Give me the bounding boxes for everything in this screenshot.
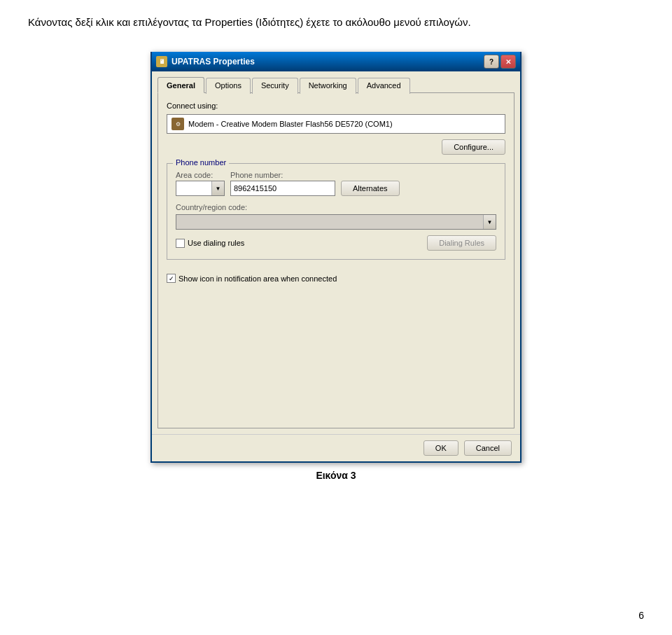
show-icon-checkbox[interactable]: ✓	[167, 274, 176, 283]
phone-number-input[interactable]	[230, 181, 335, 196]
close-button[interactable]: ✕	[500, 55, 516, 69]
phone-number-group: Phone number Area code: ▼ Phone number:	[167, 163, 505, 260]
configure-btn-row: Configure...	[167, 139, 505, 155]
country-region-input[interactable]	[176, 216, 483, 228]
area-code-label: Area code:	[176, 171, 225, 179]
titlebar-left: 🖥 UPATRAS Properties	[156, 56, 255, 67]
area-code-dropdown-arrow[interactable]: ▼	[211, 181, 224, 195]
tab-advanced[interactable]: Advanced	[358, 78, 410, 94]
titlebar-buttons: ? ✕	[484, 55, 516, 69]
figure-container: 🖥 UPATRAS Properties ? ✕ General Options…	[28, 52, 644, 481]
modem-row: ⚙ Modem - Creative Modem Blaster Flash56…	[167, 114, 505, 134]
show-icon-row: ✓ Show icon in notification area when co…	[167, 274, 505, 283]
dialog-window: 🖥 UPATRAS Properties ? ✕ General Options…	[150, 52, 522, 463]
area-code-input[interactable]	[176, 183, 211, 194]
dialing-rules-button[interactable]: Dialing Rules	[427, 235, 496, 251]
country-dropdown-arrow[interactable]: ▼	[483, 215, 496, 229]
show-icon-label: Show icon in notification area when conn…	[178, 274, 337, 283]
intro-text: Κάνοντας δεξί κλικ και επιλέγοντας τα Pr…	[28, 14, 518, 31]
dialing-rules-row: Use dialing rules Dialing Rules	[176, 235, 496, 251]
country-region-row: Country/region code: ▼	[176, 203, 496, 230]
tab-content-general: Connect using: ⚙ Modem - Creative Modem …	[158, 92, 514, 428]
use-dialing-rules-row: Use dialing rules	[176, 239, 244, 248]
area-code-wrapper: ▼	[176, 181, 225, 196]
bottom-section: ✓ Show icon in notification area when co…	[167, 274, 505, 283]
dialog-icon-glyph: 🖥	[159, 58, 165, 65]
tab-bar: General Options Security Networking Adva…	[158, 77, 514, 93]
tab-networking[interactable]: Networking	[300, 78, 356, 94]
help-button[interactable]: ?	[484, 55, 499, 69]
modem-name: Modem - Creative Modem Blaster Flash56 D…	[188, 120, 393, 128]
phone-number-legend: Phone number	[173, 158, 229, 167]
dialog-body: General Options Security Networking Adva…	[152, 71, 520, 434]
connect-using-label: Connect using:	[167, 102, 505, 110]
use-dialing-rules-checkbox[interactable]	[176, 239, 185, 248]
dialog-buttons: OK Cancel	[152, 434, 520, 461]
country-region-label: Country/region code:	[176, 203, 247, 211]
dialog-title: UPATRAS Properties	[172, 57, 255, 67]
cancel-button[interactable]: Cancel	[464, 440, 512, 456]
modem-icon: ⚙	[172, 118, 184, 130]
tab-security[interactable]: Security	[252, 78, 298, 94]
phone-number-label: Phone number:	[230, 171, 335, 179]
alternates-button[interactable]: Alternates	[341, 181, 400, 196]
ok-button[interactable]: OK	[424, 440, 458, 456]
configure-button[interactable]: Configure...	[442, 139, 505, 155]
dialog-titlebar: 🖥 UPATRAS Properties ? ✕	[152, 52, 520, 71]
phone-row: Area code: ▼ Phone number: Alternates	[176, 171, 496, 196]
phone-number-field: Phone number:	[230, 171, 335, 196]
use-dialing-rules-label: Use dialing rules	[188, 239, 244, 247]
tab-options[interactable]: Options	[206, 78, 251, 94]
tab-general[interactable]: General	[158, 77, 204, 93]
country-dropdown-wrapper: ▼	[176, 214, 496, 230]
figure-caption: Εικόνα 3	[316, 470, 356, 481]
dialog-icon: 🖥	[156, 56, 167, 67]
area-code-field: Area code: ▼	[176, 171, 225, 196]
